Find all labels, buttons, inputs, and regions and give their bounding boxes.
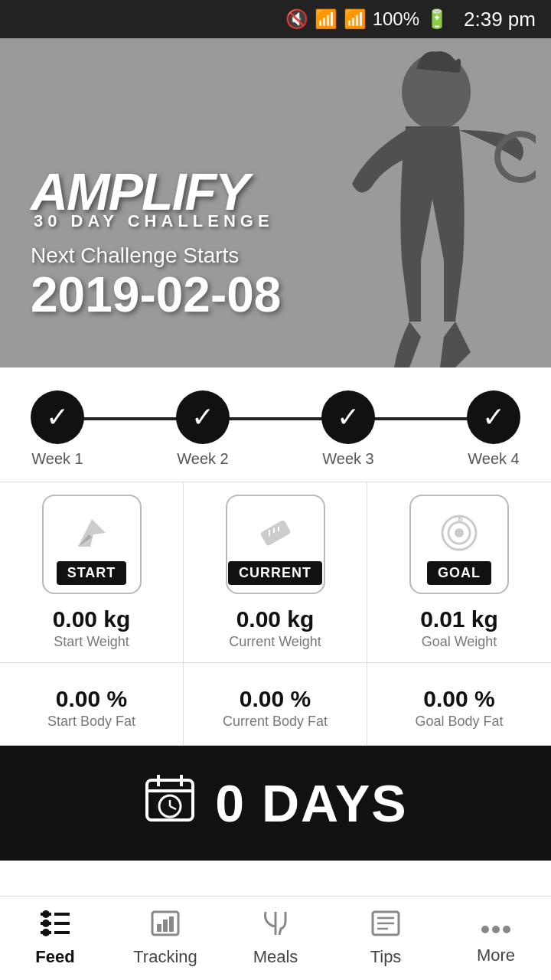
week4-label: Week 4 xyxy=(467,450,520,468)
status-icons: 🔇 📶 📶 100% 🔋 xyxy=(285,8,448,30)
goal-weight-label: Goal Weight xyxy=(422,634,497,650)
nav-feed[interactable]: Feed xyxy=(9,910,101,967)
timeline-nodes-row: ✓ ✓ ✓ ✓ xyxy=(31,390,520,444)
nav-tips[interactable]: Tips xyxy=(340,910,432,967)
checkmark-week1: ✓ xyxy=(46,401,69,433)
svg-rect-31 xyxy=(163,920,168,932)
meals-icon xyxy=(261,910,290,942)
goal-target-icon xyxy=(439,513,479,561)
checkmark-week3: ✓ xyxy=(337,401,360,433)
goal-bf-value: 0.00 % xyxy=(423,686,494,712)
hero-banner: AMPLIFY 30 DAY CHALLENGE Next Challenge … xyxy=(0,38,551,368)
goal-bf-label: Goal Body Fat xyxy=(415,714,503,730)
goal-bf-cell: 0.00 % Goal Body Fat xyxy=(367,663,551,745)
start-weight-label: Start Weight xyxy=(54,634,129,650)
more-icon xyxy=(481,911,510,941)
svg-point-10 xyxy=(455,528,464,537)
current-ruler-icon xyxy=(256,513,295,561)
hero-challenge-text: Next Challenge Starts xyxy=(31,243,281,268)
start-icon-box[interactable]: START xyxy=(42,495,142,594)
goal-badge: GOAL xyxy=(427,561,491,585)
goal-weight-value: 0.01 kg xyxy=(420,606,498,632)
nav-more[interactable]: More xyxy=(450,911,542,965)
body-fat-row: 0.00 % Start Body Fat 0.00 % Current Bod… xyxy=(0,663,551,746)
current-icon-box[interactable]: CURRENT xyxy=(226,495,325,594)
svg-point-25 xyxy=(42,920,50,927)
week1-label: Week 1 xyxy=(31,450,84,468)
start-badge: START xyxy=(57,561,127,585)
start-bf-label: Start Body Fat xyxy=(47,714,135,730)
hero-logo-sub: 30 DAY CHALLENGE xyxy=(34,211,281,231)
svg-line-19 xyxy=(170,806,176,809)
calendar-icon xyxy=(143,771,197,835)
svg-point-28 xyxy=(42,929,50,936)
timeline-line xyxy=(57,417,494,420)
meals-label: Meals xyxy=(253,947,298,967)
nav-tracking[interactable]: Tracking xyxy=(119,910,211,967)
start-send-icon xyxy=(72,513,112,561)
signal-icon: 📶 xyxy=(344,8,367,30)
current-bf-label: Current Body Fat xyxy=(223,714,328,730)
timeline-node-week3[interactable]: ✓ xyxy=(321,390,375,444)
battery-icon: 🔋 xyxy=(425,8,448,30)
tips-label: Tips xyxy=(370,947,402,967)
metrics-weight-row: START 0.00 kg Start Weight CURRENT 0.00 … xyxy=(0,482,551,663)
current-bf-value: 0.00 % xyxy=(240,686,311,712)
svg-rect-32 xyxy=(169,916,174,932)
current-weight-cell: CURRENT 0.00 kg Current Weight xyxy=(184,482,367,663)
start-weight-value: 0.00 kg xyxy=(53,606,131,632)
hero-date: 2019-02-08 xyxy=(31,268,281,322)
hero-person-image xyxy=(291,46,536,368)
hero-logo-main: AMPLIFY xyxy=(31,165,281,217)
svg-point-38 xyxy=(481,926,489,933)
svg-point-22 xyxy=(42,910,50,918)
svg-point-40 xyxy=(503,926,510,933)
feed-icon xyxy=(41,910,70,942)
week2-label: Week 2 xyxy=(176,450,230,468)
tracking-label: Tracking xyxy=(133,947,197,967)
svg-point-39 xyxy=(492,926,500,933)
current-bf-cell: 0.00 % Current Body Fat xyxy=(184,663,367,745)
start-bf-value: 0.00 % xyxy=(56,686,127,712)
svg-rect-30 xyxy=(157,924,161,932)
current-weight-label: Current Weight xyxy=(229,634,321,650)
timeline-node-week2[interactable]: ✓ xyxy=(176,390,230,444)
tips-icon xyxy=(371,910,400,942)
battery-text: 100% xyxy=(373,8,419,30)
checkmark-week4: ✓ xyxy=(482,401,505,433)
timeline: ✓ ✓ ✓ ✓ Week 1 Week 2 Week 3 Week 4 xyxy=(0,368,551,482)
status-bar: 🔇 📶 📶 100% 🔋 2:39 pm xyxy=(0,0,551,38)
bottom-nav: Feed Tracking Meals xyxy=(0,896,551,980)
tracking-icon xyxy=(151,910,180,942)
checkmark-week2: ✓ xyxy=(191,401,214,433)
svg-rect-4 xyxy=(259,519,291,546)
current-weight-value: 0.00 kg xyxy=(236,606,315,632)
days-count: 0 DAYS xyxy=(215,773,407,833)
nav-meals[interactable]: Meals xyxy=(230,910,321,967)
mute-icon: 🔇 xyxy=(285,8,308,30)
timeline-node-week1[interactable]: ✓ xyxy=(31,390,84,444)
start-weight-cell: START 0.00 kg Start Weight xyxy=(0,482,184,663)
more-label: More xyxy=(477,946,515,965)
week3-label: Week 3 xyxy=(321,450,375,468)
timeline-labels-row: Week 1 Week 2 Week 3 Week 4 xyxy=(31,444,520,474)
hero-content: AMPLIFY 30 DAY CHALLENGE Next Challenge … xyxy=(31,165,281,322)
goal-icon-box[interactable]: GOAL xyxy=(409,495,509,594)
days-section: 0 DAYS xyxy=(0,746,551,861)
wifi-icon: 📶 xyxy=(315,8,337,30)
start-bf-cell: 0.00 % Start Body Fat xyxy=(0,663,184,745)
timeline-node-week4[interactable]: ✓ xyxy=(467,390,520,444)
goal-weight-cell: GOAL 0.01 kg Goal Weight xyxy=(367,482,551,663)
feed-label: Feed xyxy=(35,947,74,967)
current-badge: CURRENT xyxy=(228,561,322,585)
clock: 2:39 pm xyxy=(464,8,536,31)
